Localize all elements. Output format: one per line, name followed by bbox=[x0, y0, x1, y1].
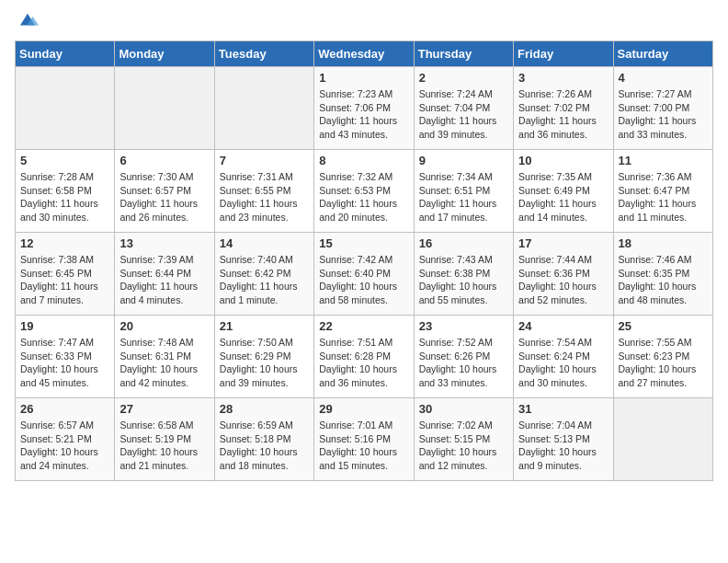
calendar-cell: 31Sunrise: 7:04 AM Sunset: 5:13 PM Dayli… bbox=[514, 398, 613, 481]
week-row-2: 5Sunrise: 7:28 AM Sunset: 6:58 PM Daylig… bbox=[16, 150, 713, 233]
calendar-cell: 26Sunrise: 6:57 AM Sunset: 5:21 PM Dayli… bbox=[16, 398, 115, 481]
calendar-cell: 12Sunrise: 7:38 AM Sunset: 6:45 PM Dayli… bbox=[16, 233, 115, 316]
day-number: 5 bbox=[20, 154, 109, 167]
day-number: 27 bbox=[119, 402, 209, 416]
calendar-cell: 1Sunrise: 7:23 AM Sunset: 7:06 PM Daylig… bbox=[314, 67, 414, 150]
days-header-row: SundayMondayTuesdayWednesdayThursdayFrid… bbox=[16, 41, 713, 67]
day-info: Sunrise: 7:44 AM Sunset: 6:36 PM Dayligh… bbox=[518, 253, 608, 307]
day-info: Sunrise: 7:24 AM Sunset: 7:04 PM Dayligh… bbox=[419, 87, 508, 142]
day-info: Sunrise: 7:55 AM Sunset: 6:23 PM Dayligh… bbox=[619, 336, 708, 390]
day-info: Sunrise: 7:28 AM Sunset: 6:58 PM Dayligh… bbox=[20, 170, 109, 224]
day-info: Sunrise: 7:54 AM Sunset: 6:24 PM Dayligh… bbox=[518, 336, 608, 390]
day-info: Sunrise: 7:30 AM Sunset: 6:57 PM Dayligh… bbox=[119, 170, 209, 224]
day-info: Sunrise: 7:26 AM Sunset: 7:02 PM Dayligh… bbox=[518, 87, 608, 142]
calendar-cell: 28Sunrise: 6:59 AM Sunset: 5:18 PM Dayli… bbox=[214, 398, 313, 481]
calendar-cell: 3Sunrise: 7:26 AM Sunset: 7:02 PM Daylig… bbox=[514, 67, 613, 150]
calendar-cell: 19Sunrise: 7:47 AM Sunset: 6:33 PM Dayli… bbox=[16, 316, 115, 398]
day-info: Sunrise: 7:52 AM Sunset: 6:26 PM Dayligh… bbox=[419, 336, 508, 390]
day-info: Sunrise: 6:58 AM Sunset: 5:19 PM Dayligh… bbox=[119, 419, 209, 473]
calendar-cell: 16Sunrise: 7:43 AM Sunset: 6:38 PM Dayli… bbox=[414, 233, 513, 316]
day-info: Sunrise: 7:40 AM Sunset: 6:42 PM Dayligh… bbox=[220, 253, 309, 307]
calendar-cell: 29Sunrise: 7:01 AM Sunset: 5:16 PM Dayli… bbox=[314, 398, 414, 481]
day-info: Sunrise: 7:48 AM Sunset: 6:31 PM Dayligh… bbox=[119, 336, 209, 390]
calendar-cell: 20Sunrise: 7:48 AM Sunset: 6:31 PM Dayli… bbox=[115, 316, 214, 398]
week-row-5: 26Sunrise: 6:57 AM Sunset: 5:21 PM Dayli… bbox=[16, 398, 713, 481]
calendar-cell: 9Sunrise: 7:34 AM Sunset: 6:51 PM Daylig… bbox=[414, 150, 513, 233]
day-info: Sunrise: 7:04 AM Sunset: 5:13 PM Dayligh… bbox=[518, 419, 608, 473]
day-header-tuesday: Tuesday bbox=[214, 41, 313, 67]
day-info: Sunrise: 7:01 AM Sunset: 5:16 PM Dayligh… bbox=[319, 419, 408, 473]
calendar-cell: 22Sunrise: 7:51 AM Sunset: 6:28 PM Dayli… bbox=[314, 316, 414, 398]
day-info: Sunrise: 7:43 AM Sunset: 6:38 PM Dayligh… bbox=[419, 253, 508, 307]
week-row-3: 12Sunrise: 7:38 AM Sunset: 6:45 PM Dayli… bbox=[16, 233, 713, 316]
day-number: 28 bbox=[220, 402, 309, 416]
day-number: 25 bbox=[619, 319, 708, 333]
calendar-table: SundayMondayTuesdayWednesdayThursdayFrid… bbox=[15, 40, 713, 481]
calendar-cell: 11Sunrise: 7:36 AM Sunset: 6:47 PM Dayli… bbox=[613, 150, 712, 233]
day-number: 11 bbox=[619, 154, 708, 167]
day-number: 16 bbox=[419, 236, 508, 250]
day-info: Sunrise: 7:50 AM Sunset: 6:29 PM Dayligh… bbox=[220, 336, 309, 390]
day-number: 10 bbox=[518, 154, 608, 167]
calendar-cell: 27Sunrise: 6:58 AM Sunset: 5:19 PM Dayli… bbox=[115, 398, 214, 481]
calendar-cell: 14Sunrise: 7:40 AM Sunset: 6:42 PM Dayli… bbox=[214, 233, 313, 316]
calendar-cell: 5Sunrise: 7:28 AM Sunset: 6:58 PM Daylig… bbox=[16, 150, 115, 233]
day-number: 12 bbox=[20, 236, 109, 250]
day-info: Sunrise: 7:23 AM Sunset: 7:06 PM Dayligh… bbox=[319, 87, 408, 142]
day-info: Sunrise: 6:57 AM Sunset: 5:21 PM Dayligh… bbox=[20, 419, 109, 473]
calendar-cell bbox=[214, 67, 313, 150]
day-number: 26 bbox=[20, 402, 109, 416]
day-info: Sunrise: 7:32 AM Sunset: 6:53 PM Dayligh… bbox=[319, 170, 408, 224]
day-info: Sunrise: 7:27 AM Sunset: 7:00 PM Dayligh… bbox=[619, 87, 708, 142]
logo bbox=[15, 15, 39, 29]
day-number: 3 bbox=[518, 71, 608, 85]
page-header bbox=[15, 15, 713, 29]
day-info: Sunrise: 7:42 AM Sunset: 6:40 PM Dayligh… bbox=[319, 253, 408, 307]
calendar-cell: 8Sunrise: 7:32 AM Sunset: 6:53 PM Daylig… bbox=[314, 150, 414, 233]
day-info: Sunrise: 6:59 AM Sunset: 5:18 PM Dayligh… bbox=[220, 419, 309, 473]
day-number: 13 bbox=[119, 236, 209, 250]
day-info: Sunrise: 7:46 AM Sunset: 6:35 PM Dayligh… bbox=[619, 253, 708, 307]
day-header-sunday: Sunday bbox=[16, 41, 115, 67]
calendar-cell: 30Sunrise: 7:02 AM Sunset: 5:15 PM Dayli… bbox=[414, 398, 513, 481]
day-number: 20 bbox=[119, 319, 209, 333]
day-info: Sunrise: 7:35 AM Sunset: 6:49 PM Dayligh… bbox=[518, 170, 608, 224]
day-number: 2 bbox=[419, 71, 508, 85]
day-number: 23 bbox=[419, 319, 508, 333]
calendar-cell: 25Sunrise: 7:55 AM Sunset: 6:23 PM Dayli… bbox=[613, 316, 712, 398]
day-number: 30 bbox=[419, 402, 508, 416]
day-number: 7 bbox=[220, 154, 309, 167]
day-info: Sunrise: 7:47 AM Sunset: 6:33 PM Dayligh… bbox=[20, 336, 109, 390]
day-number: 22 bbox=[319, 319, 408, 333]
calendar-cell: 23Sunrise: 7:52 AM Sunset: 6:26 PM Dayli… bbox=[414, 316, 513, 398]
calendar-cell: 13Sunrise: 7:39 AM Sunset: 6:44 PM Dayli… bbox=[115, 233, 214, 316]
calendar-cell bbox=[115, 67, 214, 150]
day-number: 14 bbox=[220, 236, 309, 250]
day-number: 29 bbox=[319, 402, 408, 416]
day-info: Sunrise: 7:02 AM Sunset: 5:15 PM Dayligh… bbox=[419, 419, 508, 473]
calendar-cell: 4Sunrise: 7:27 AM Sunset: 7:00 PM Daylig… bbox=[613, 67, 712, 150]
day-info: Sunrise: 7:34 AM Sunset: 6:51 PM Dayligh… bbox=[419, 170, 508, 224]
day-info: Sunrise: 7:51 AM Sunset: 6:28 PM Dayligh… bbox=[319, 336, 408, 390]
day-header-friday: Friday bbox=[514, 41, 613, 67]
calendar-cell: 6Sunrise: 7:30 AM Sunset: 6:57 PM Daylig… bbox=[115, 150, 214, 233]
day-info: Sunrise: 7:38 AM Sunset: 6:45 PM Dayligh… bbox=[20, 253, 109, 307]
calendar-cell: 10Sunrise: 7:35 AM Sunset: 6:49 PM Dayli… bbox=[514, 150, 613, 233]
day-info: Sunrise: 7:31 AM Sunset: 6:55 PM Dayligh… bbox=[220, 170, 309, 224]
day-number: 6 bbox=[119, 154, 209, 167]
calendar-cell: 7Sunrise: 7:31 AM Sunset: 6:55 PM Daylig… bbox=[214, 150, 313, 233]
calendar-cell: 2Sunrise: 7:24 AM Sunset: 7:04 PM Daylig… bbox=[414, 67, 513, 150]
day-number: 19 bbox=[20, 319, 109, 333]
calendar-cell: 17Sunrise: 7:44 AM Sunset: 6:36 PM Dayli… bbox=[514, 233, 613, 316]
day-header-thursday: Thursday bbox=[414, 41, 513, 67]
day-number: 24 bbox=[518, 319, 608, 333]
day-number: 8 bbox=[319, 154, 408, 167]
calendar-cell: 15Sunrise: 7:42 AM Sunset: 6:40 PM Dayli… bbox=[314, 233, 414, 316]
day-number: 1 bbox=[319, 71, 408, 85]
day-number: 9 bbox=[419, 154, 508, 167]
calendar-cell bbox=[613, 398, 712, 481]
day-info: Sunrise: 7:39 AM Sunset: 6:44 PM Dayligh… bbox=[119, 253, 209, 307]
calendar-cell bbox=[16, 67, 115, 150]
calendar-cell: 18Sunrise: 7:46 AM Sunset: 6:35 PM Dayli… bbox=[613, 233, 712, 316]
logo-icon bbox=[17, 11, 39, 29]
